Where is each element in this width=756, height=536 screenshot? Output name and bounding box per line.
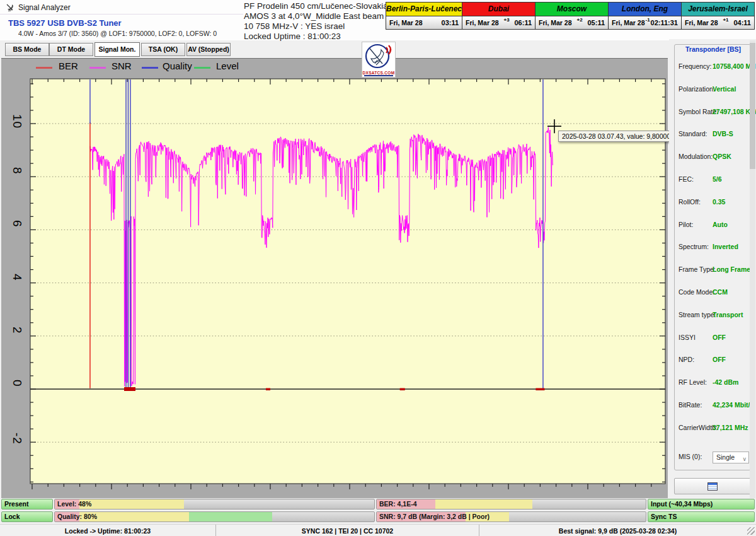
transponder-row-value-rolloff: 0.35 [713, 198, 725, 206]
statusbar-sync-counters: SYNC 162 | TEI 20 | CC 10702 [216, 525, 479, 536]
transponder-row-label-frame-type: Frame Type: [679, 265, 716, 273]
transponder-row-label-issyi: ISSYI [679, 334, 696, 341]
clock-moscow: MoscowFri, Mar 28+205:11 [536, 3, 609, 29]
titlebar-separator [0, 14, 243, 15]
transponder-row-value-rf-level: -42 dBm [713, 378, 738, 386]
panel-scrollbar[interactable] [750, 40, 755, 498]
clock-berlin-paris-lu-enec: Berlin-Paris-LučenecFri, Mar 2803:11 [386, 3, 462, 29]
clock-date: Fri, Mar 28 [466, 19, 499, 26]
transponder-row-label-bitrate: BitRate: [679, 401, 702, 409]
transponder-row-value-bitrate: 42,234 Mbit/s [713, 401, 753, 409]
tab-tsa-ok[interactable]: TSA (OK) [141, 43, 185, 56]
tuner-name: TBS 5927 USB DVB-S2 Tuner [8, 18, 122, 28]
meter-label: SNR: 9,7 dB (Margin: 3,2 dB | Poor) [379, 512, 490, 521]
transponder-row-label-pilot: Pilot: [679, 221, 693, 228]
transponder-groupbox: Transponder [BS] Frequency:10758,400 MHz… [674, 44, 751, 470]
clock-jerusalem-israel: Jerusalem-IsraelFri, Mar 28+104:11 [682, 3, 754, 29]
ber-zero-mark [400, 388, 405, 391]
ber-zero-mark [124, 387, 135, 391]
tab-av-stopped[interactable]: AV (Stopped) [186, 43, 231, 56]
transponder-row-label-rf-level: RF Level: [679, 378, 707, 386]
clock-time-row: Fri, Mar 28+306:11 [462, 16, 535, 30]
legend-dash-ber [36, 67, 52, 69]
statusbar-uptime: Locked -> Uptime: 81:00:23 [0, 525, 216, 536]
signal-monitor-chart: BERSNRQualityLevel 1086420-2 2025-03-28 … [1, 58, 668, 498]
y-axis-label-10: 10 [10, 114, 24, 129]
clock-city: Dubai [462, 3, 535, 16]
lock-indicator: Lock [1, 511, 53, 522]
table-icon [707, 482, 718, 491]
quality-meter: Quality: 80% [54, 511, 375, 522]
level-meter: Level: 48% [54, 499, 375, 510]
mis-select[interactable]: Single∨ [713, 452, 749, 463]
transponder-row-label-modulation: Modulation: [679, 153, 713, 160]
transponder-row-label-spectrum: Spectrum: [679, 243, 709, 250]
dxsatcs-logo-underline [364, 75, 393, 76]
clock-london-eng: London, EngFri, Mar 28-102:11:31 [609, 3, 682, 29]
transponder-row-value-code-mode: CCM [713, 288, 728, 296]
header: Signal Analyzer TBS 5927 USB DVB-S2 Tune… [0, 0, 756, 40]
dxsatcs-logo: DXSATCS.COM [362, 42, 396, 78]
y-axis-label--2: -2 [10, 433, 24, 445]
y-axis-label-2: 2 [10, 327, 24, 334]
y-axis-label-8: 8 [10, 167, 24, 175]
clock-date: Fri, Mar 28 [539, 19, 572, 26]
tab-bs-mode[interactable]: BS Mode [5, 43, 49, 56]
meter-label: Level: 48% [57, 499, 91, 509]
clock-utc-offset: +3 [499, 17, 515, 23]
resize-grip-icon[interactable] [747, 527, 755, 535]
clock-date: Fri, Mar 28 [612, 19, 645, 26]
ber-zero-mark [536, 388, 544, 391]
transponder-row-label-stream-type: Stream type: [679, 311, 716, 318]
transponder-row-value-carrierwidth: 37,121 MHz [713, 424, 748, 431]
clock-time: 02:11:31 [651, 19, 678, 26]
tab-signal-mon[interactable]: Signal Mon. [94, 42, 140, 57]
statusbar-best-signal: Best signal: 9,9 dB (2025-03-28 02:34) [479, 525, 756, 536]
panel-scrollbar-thumb[interactable] [750, 43, 755, 169]
transponder-row-label-rolloff: RollOff: [679, 198, 701, 206]
present-indicator: Present [1, 499, 53, 510]
transponder-row-label-standard: Standard: [679, 130, 707, 137]
legend-label-quality: Quality [163, 61, 192, 71]
clock-time-row: Fri, Mar 28+104:11 [682, 16, 754, 30]
transponder-title: Transponder [BS] [684, 45, 743, 53]
clock-time: 03:11 [442, 19, 459, 26]
transponder-row-label-npd: NPD: [679, 356, 694, 363]
clock-time-row: Fri, Mar 2803:11 [386, 16, 462, 30]
transponder-row-value-frame-type: Long Frame [713, 265, 750, 273]
transponder-row-label-code-mode: Code Mode: [679, 288, 714, 296]
clock-time-row: Fri, Mar 28-102:11:31 [609, 16, 681, 30]
dxsatcs-logo-graphic [362, 42, 395, 70]
dxsatcs-logo-text: DXSATCS.COM [362, 71, 395, 75]
y-axis-label-4: 4 [10, 274, 24, 281]
sync-ts-indicator: Sync TS [648, 511, 755, 522]
tuner-detail: 4.0W - Amos 3/7 (ID: 3560) @ LOF1: 97500… [18, 30, 217, 37]
satellite-dish-icon [6, 3, 15, 12]
transponder-row-value-standard: DVB-S [713, 130, 733, 137]
transponder-panel: Transponder [BS] Frequency:10758,400 MHz… [669, 39, 756, 536]
clock-time: 06:11 [515, 19, 532, 26]
info-line: Locked Uptime : 81:00:23 [244, 32, 388, 42]
statusbar: Locked -> Uptime: 81:00:23SYNC 162 | TEI… [0, 524, 756, 536]
clock-city: Moscow [536, 3, 608, 16]
transponder-row-label-carrierwidth: CarrierWidth: [679, 424, 718, 431]
clock-time: 05:11 [587, 19, 605, 26]
clock-utc-offset: +2 [572, 17, 588, 23]
transponder-row-value-stream-type: Transport [713, 311, 743, 318]
info-line: AMOS 3 at 4,0°W_Middle East beam [244, 11, 388, 21]
panel-action-button[interactable] [674, 478, 751, 494]
transponder-row-label-fec: FEC: [679, 175, 694, 183]
legend-dash-quality [142, 67, 158, 69]
ber-zero-mark [266, 388, 270, 391]
info-line: 10 758 MHz-V : YES israel [244, 21, 388, 32]
clock-city: Jerusalem-Israel [682, 3, 754, 16]
legend-label-ber: BER [59, 61, 78, 71]
legend-label-level: Level [216, 61, 239, 71]
input-indicator: Input (~40,34 Mbps) [648, 499, 755, 510]
snr-meter: SNR: 9,7 dB (Margin: 3,2 dB | Poor) [376, 511, 646, 522]
tab-dt-mode[interactable]: DT Mode [49, 43, 93, 56]
clock-dubai: DubaiFri, Mar 28+306:11 [462, 3, 536, 29]
y-axis-label-6: 6 [10, 220, 24, 228]
chevron-down-icon: ∨ [742, 454, 747, 465]
antenna-info-block: PF Prodelin 450 cm/Lučenec-SlovakiaAMOS … [244, 1, 388, 42]
